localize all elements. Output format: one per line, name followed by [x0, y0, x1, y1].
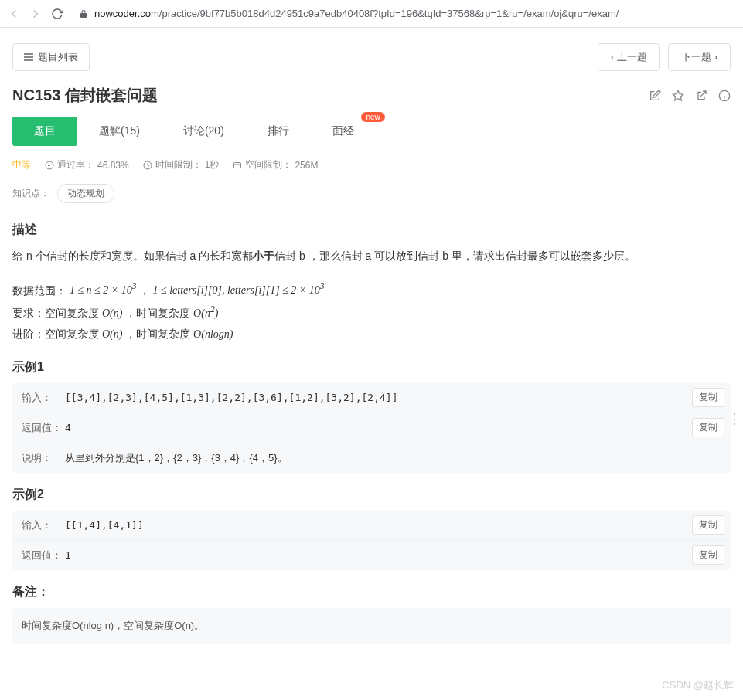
svg-point-4	[46, 161, 53, 169]
time-limit: 时间限制：1秒	[143, 158, 220, 172]
title-row: NC153 信封嵌套问题	[12, 85, 731, 106]
example1-input: [[3,4],[2,3],[4,5],[1,3],[2,2],[3,6],[1,…	[65, 392, 721, 403]
example1-explain-row: 说明： 从里到外分别是{1，2}，{2，3}，{3，4}，{4，5}。	[12, 443, 731, 473]
tab-discussion[interactable]: 讨论(20)	[162, 117, 246, 146]
copy-button[interactable]: 复制	[692, 545, 724, 565]
tag-dp[interactable]: 动态规划	[57, 184, 114, 203]
more-dots-icon[interactable]: ⋮	[728, 417, 741, 420]
example2-input-row: 输入： [[1,4],[4,1]] 复制	[12, 511, 731, 541]
reload-icon[interactable]	[49, 6, 65, 22]
new-badge: new	[361, 112, 384, 122]
copy-button[interactable]: 复制	[692, 388, 724, 407]
prev-button[interactable]: ‹ 上一题	[598, 43, 660, 71]
edit-icon[interactable]	[649, 90, 661, 102]
list-icon	[24, 53, 33, 61]
example1-heading: 示例1	[12, 359, 731, 375]
example1-output-row: 返回值： 4 复制	[12, 413, 731, 443]
star-icon[interactable]	[672, 90, 684, 102]
example2-input: [[1,4],[4,1]]	[65, 519, 721, 531]
url-bar[interactable]: nowcoder.com/practice/9bf77b5b018d4d2495…	[71, 3, 737, 25]
svg-rect-6	[234, 162, 241, 168]
page-title: NC153 信封嵌套问题	[12, 85, 158, 106]
description: 描述 给 n 个信封的长度和宽度。如果信封 a 的长和宽都小于信封 b ，那么信…	[12, 222, 731, 345]
advanced: 进阶：空间复杂度 O(n) ，时间复杂度 O(nlogn)	[12, 324, 731, 345]
top-row: 题目列表 ‹ 上一题 下一题 ›	[12, 43, 731, 71]
tabs: 题目 题解(15) 讨论(20) 排行 面经new	[12, 117, 731, 146]
tags-label: 知识点：	[12, 187, 49, 200]
tags-row: 知识点： 动态规划	[12, 184, 731, 203]
note-box: 时间复杂度O(nlog n)，空间复杂度O(n)。	[12, 608, 731, 644]
desc-heading: 描述	[12, 222, 731, 238]
example1-explain: 从里到外分别是{1，2}，{2，3}，{3，4}，{4，5}。	[65, 451, 721, 465]
title-actions	[649, 90, 731, 102]
example2-box: 输入： [[1,4],[4,1]] 复制 返回值： 1 复制	[12, 511, 731, 570]
difficulty-badge: 中等	[12, 158, 31, 172]
pass-rate: 通过率：46.83%	[45, 158, 129, 172]
problem-list-button[interactable]: 题目列表	[12, 43, 90, 71]
browser-bar: nowcoder.com/practice/9bf77b5b018d4d2495…	[0, 0, 743, 28]
tab-interview[interactable]: 面经new	[311, 117, 376, 146]
svg-marker-0	[673, 90, 683, 100]
tab-solutions[interactable]: 题解(15)	[77, 117, 162, 146]
url-text: nowcoder.com/practice/9bf77b5b018d4d2495…	[94, 8, 619, 19]
lock-icon	[79, 9, 88, 19]
example2-output-row: 返回值： 1 复制	[12, 541, 731, 570]
example1-output: 4	[65, 422, 721, 433]
back-icon[interactable]	[6, 6, 22, 22]
copy-button[interactable]: 复制	[692, 418, 724, 437]
space-limit: 空间限制：256M	[233, 158, 318, 172]
example2-heading: 示例2	[12, 487, 731, 503]
note-heading: 备注：	[12, 584, 731, 600]
forward-icon[interactable]	[28, 6, 43, 22]
requirement: 要求：空间复杂度 O(n) ，时间复杂度 O(n2)	[12, 301, 731, 324]
next-button[interactable]: 下一题 ›	[668, 43, 731, 71]
example1-box: 输入： [[3,4],[2,3],[4,5],[1,3],[2,2],[3,6]…	[12, 383, 731, 473]
tab-problem[interactable]: 题目	[12, 117, 77, 146]
desc-paragraph: 给 n 个信封的长度和宽度。如果信封 a 的长和宽都小于信封 b ，那么信封 a…	[12, 246, 731, 267]
example1-input-row: 输入： [[3,4],[2,3],[4,5],[1,3],[2,2],[3,6]…	[12, 383, 731, 413]
info-icon[interactable]	[718, 90, 731, 102]
problem-list-label: 题目列表	[38, 50, 78, 64]
share-icon[interactable]	[695, 90, 707, 102]
example2-output: 1	[65, 549, 721, 561]
copy-button[interactable]: 复制	[692, 515, 724, 535]
tab-ranking[interactable]: 排行	[246, 117, 311, 146]
stats-row: 中等 通过率：46.83% 时间限制：1秒 空间限制：256M	[12, 158, 731, 172]
data-range: 数据范围： 1 ≤ n ≤ 2 × 103 ， 1 ≤ letters[i][0…	[12, 279, 731, 301]
